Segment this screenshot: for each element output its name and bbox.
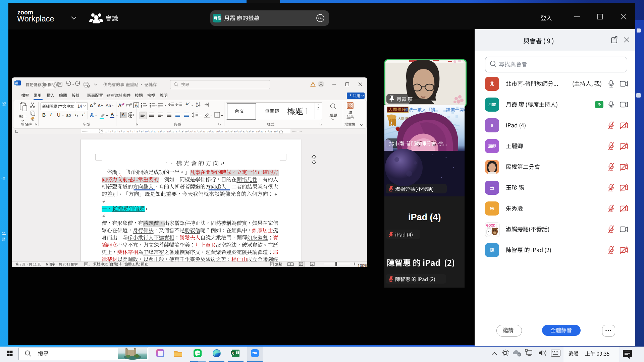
svg-text:11: 11 xyxy=(149,130,152,133)
svg-text:LINE: LINE xyxy=(196,352,200,354)
svg-text:34: 34 xyxy=(251,130,254,133)
svg-text:16: 16 xyxy=(171,130,174,133)
svg-text:9: 9 xyxy=(141,130,143,133)
svg-text:W: W xyxy=(15,82,18,85)
svg-text:28: 28 xyxy=(225,130,228,133)
svg-text:23: 23 xyxy=(202,130,205,133)
svg-text:22: 22 xyxy=(198,130,201,133)
svg-text:14: 14 xyxy=(162,130,165,133)
svg-text:33: 33 xyxy=(247,130,250,133)
svg-text:31: 31 xyxy=(238,130,241,133)
svg-text:11: 11 xyxy=(2,231,6,235)
svg-text:30: 30 xyxy=(233,130,236,133)
svg-text:17: 17 xyxy=(176,130,179,133)
svg-text:38: 38 xyxy=(269,130,272,133)
svg-text:7: 7 xyxy=(132,130,133,133)
svg-text:1: 1 xyxy=(105,130,107,133)
svg-text:37: 37 xyxy=(265,130,268,133)
svg-text:8: 8 xyxy=(137,130,138,133)
svg-text:25: 25 xyxy=(211,130,214,133)
svg-text:12: 12 xyxy=(154,130,157,133)
svg-text:2: 2 xyxy=(110,130,111,133)
svg-text:29: 29 xyxy=(229,130,232,133)
svg-text:13: 13 xyxy=(158,130,161,133)
svg-text:5: 5 xyxy=(123,130,125,133)
svg-text:A: A xyxy=(90,112,94,118)
svg-text:X: X xyxy=(231,351,234,355)
svg-text:36: 36 xyxy=(260,130,263,133)
svg-text:15: 15 xyxy=(167,130,170,133)
svg-text:3: 3 xyxy=(114,130,116,133)
svg-text:39: 39 xyxy=(274,130,277,133)
svg-text:10: 10 xyxy=(145,130,148,133)
svg-text:19: 19 xyxy=(184,130,187,133)
svg-text:18: 18 xyxy=(180,130,183,133)
svg-text:24: 24 xyxy=(207,130,210,133)
svg-text:32: 32 xyxy=(243,130,246,133)
svg-text:35: 35 xyxy=(256,130,259,133)
svg-text:27: 27 xyxy=(220,130,223,133)
svg-text:4: 4 xyxy=(119,130,120,133)
svg-text:6: 6 xyxy=(127,130,129,133)
svg-text:21: 21 xyxy=(194,130,197,133)
svg-text:26: 26 xyxy=(216,130,219,133)
svg-text:20: 20 xyxy=(189,130,192,133)
